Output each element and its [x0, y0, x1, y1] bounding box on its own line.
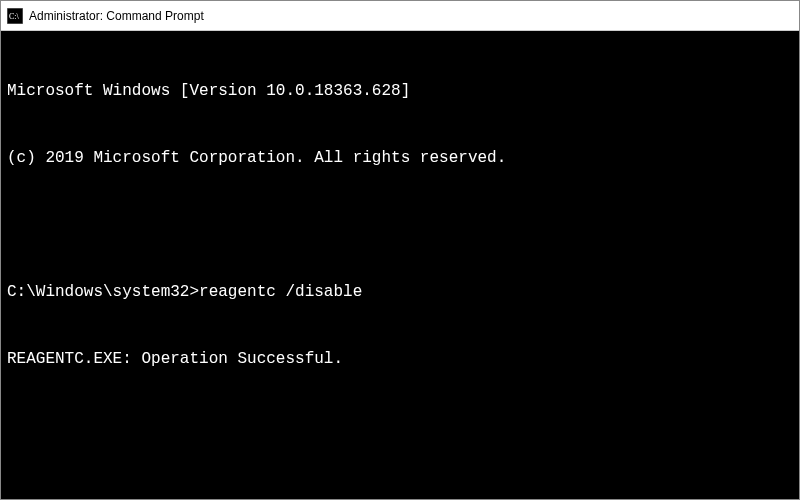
- window-title: Administrator: Command Prompt: [29, 9, 204, 23]
- banner-version: Microsoft Windows [Version 10.0.18363.62…: [7, 80, 793, 102]
- prompt: C:\Windows\system32>: [7, 283, 199, 301]
- command-text: reagentc /disable: [199, 283, 362, 301]
- terminal-area[interactable]: Microsoft Windows [Version 10.0.18363.62…: [1, 31, 799, 499]
- command-prompt-window: C:\ Administrator: Command Prompt Micros…: [0, 0, 800, 500]
- blank-line: [7, 214, 793, 236]
- output-line-1: REAGENTC.EXE: Operation Successful.: [7, 348, 793, 370]
- command-line-1: C:\Windows\system32>reagentc /disable: [7, 281, 793, 303]
- blank-line: [7, 416, 793, 438]
- blank-line: [7, 483, 793, 499]
- cmd-icon: C:\: [7, 8, 23, 24]
- titlebar[interactable]: C:\ Administrator: Command Prompt: [1, 1, 799, 31]
- svg-text:C:\: C:\: [9, 12, 20, 21]
- banner-copyright: (c) 2019 Microsoft Corporation. All righ…: [7, 147, 793, 169]
